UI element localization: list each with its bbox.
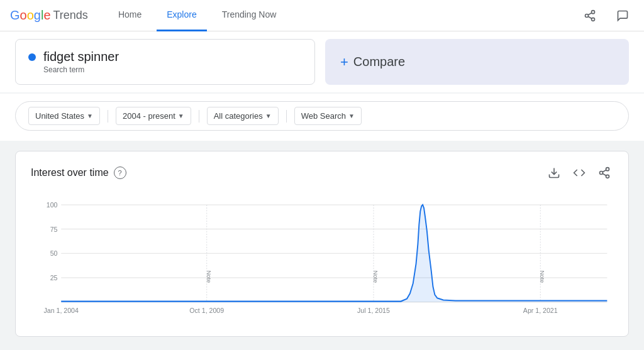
svg-point-8 bbox=[606, 175, 609, 178]
compare-plus-icon: + bbox=[340, 54, 348, 70]
filter-bar: United States ▼ 2004 - present ▼ All cat… bbox=[0, 94, 644, 141]
y-label-75: 75 bbox=[50, 225, 58, 232]
embed-button[interactable] bbox=[570, 164, 588, 182]
search-term: fidget spinner bbox=[43, 50, 119, 64]
share-button[interactable] bbox=[579, 4, 601, 27]
feedback-icon bbox=[616, 9, 629, 22]
svg-point-0 bbox=[592, 10, 595, 13]
download-icon bbox=[548, 167, 560, 179]
compare-label: Compare bbox=[353, 55, 405, 69]
x-label-2015: Jul 1, 2015 bbox=[357, 307, 390, 314]
y-label-25: 25 bbox=[50, 274, 58, 282]
filter-time-label: 2004 - present bbox=[123, 111, 175, 121]
svg-line-3 bbox=[588, 16, 592, 18]
svg-point-2 bbox=[592, 18, 595, 21]
note-label-1: Note bbox=[206, 270, 212, 283]
interest-over-time-chart: 100 75 50 25 Note Note Note bbox=[31, 192, 613, 336]
filter-bar-inner: United States ▼ 2004 - present ▼ All cat… bbox=[15, 101, 629, 131]
trends-wordmark: Trends bbox=[53, 9, 88, 22]
main-content: fidget spinner Search term + Compare Uni… bbox=[0, 31, 644, 337]
svg-point-1 bbox=[586, 14, 589, 17]
help-icon[interactable]: ? bbox=[114, 167, 126, 179]
chart-header: Interest over time ? bbox=[31, 164, 613, 182]
search-section: fidget spinner Search term + Compare bbox=[0, 31, 644, 92]
google-wordmark: Google bbox=[10, 8, 51, 23]
filter-time[interactable]: 2004 - present ▼ bbox=[116, 107, 191, 125]
chart-actions bbox=[545, 164, 613, 182]
y-label-50: 50 bbox=[50, 249, 58, 257]
chart-container: 100 75 50 25 Note Note Note bbox=[31, 192, 613, 336]
header: Google Trends Home Explore Trending Now bbox=[0, 0, 644, 31]
share-chart-icon bbox=[598, 167, 611, 179]
compare-card[interactable]: + Compare bbox=[325, 39, 629, 85]
filter-divider-1 bbox=[108, 110, 108, 123]
feedback-button[interactable] bbox=[611, 4, 634, 27]
filter-divider-3 bbox=[286, 110, 287, 123]
filter-region[interactable]: United States ▼ bbox=[28, 107, 100, 125]
main-nav: Home Explore Trending Now bbox=[108, 0, 564, 31]
nav-home[interactable]: Home bbox=[108, 0, 152, 31]
header-actions bbox=[579, 4, 634, 27]
chevron-down-icon: ▼ bbox=[348, 112, 355, 119]
chevron-down-icon: ▼ bbox=[178, 112, 184, 119]
note-label-3: Note bbox=[539, 270, 545, 283]
svg-point-7 bbox=[600, 172, 603, 175]
term-indicator-dot bbox=[28, 53, 36, 61]
chart-title: Interest over time bbox=[31, 167, 109, 178]
chart-title-row: Interest over time ? bbox=[31, 167, 126, 179]
filter-category[interactable]: All categories ▼ bbox=[207, 107, 279, 125]
chart-section: Interest over time ? bbox=[15, 151, 629, 337]
y-label-100: 100 bbox=[47, 201, 58, 209]
nav-trending-now[interactable]: Trending Now bbox=[212, 0, 287, 31]
x-label-2021: Apr 1, 2021 bbox=[523, 307, 558, 314]
svg-point-6 bbox=[606, 168, 609, 171]
svg-line-4 bbox=[588, 13, 592, 14]
x-label-2009: Oct 1, 2009 bbox=[189, 307, 224, 314]
search-term-row: fidget spinner bbox=[28, 50, 302, 64]
share-icon bbox=[584, 9, 596, 22]
download-button[interactable] bbox=[545, 164, 563, 182]
filter-region-label: United States bbox=[35, 111, 84, 121]
chevron-down-icon: ▼ bbox=[265, 112, 272, 119]
share-chart-button[interactable] bbox=[596, 164, 613, 182]
embed-icon bbox=[573, 167, 586, 179]
chevron-down-icon: ▼ bbox=[87, 112, 93, 119]
search-term-type: Search term bbox=[43, 65, 302, 74]
svg-line-9 bbox=[602, 173, 606, 175]
note-label-2: Note bbox=[372, 270, 379, 283]
filter-category-label: All categories bbox=[214, 111, 263, 121]
filter-divider-2 bbox=[199, 110, 199, 123]
filter-search-type[interactable]: Web Search ▼ bbox=[294, 107, 362, 125]
nav-explore[interactable]: Explore bbox=[157, 0, 206, 31]
filter-search-type-label: Web Search bbox=[301, 111, 346, 121]
x-label-2004: Jan 1, 2004 bbox=[44, 307, 79, 314]
logo: Google Trends bbox=[10, 8, 88, 23]
svg-line-10 bbox=[602, 170, 606, 172]
search-card: fidget spinner Search term bbox=[15, 39, 315, 85]
